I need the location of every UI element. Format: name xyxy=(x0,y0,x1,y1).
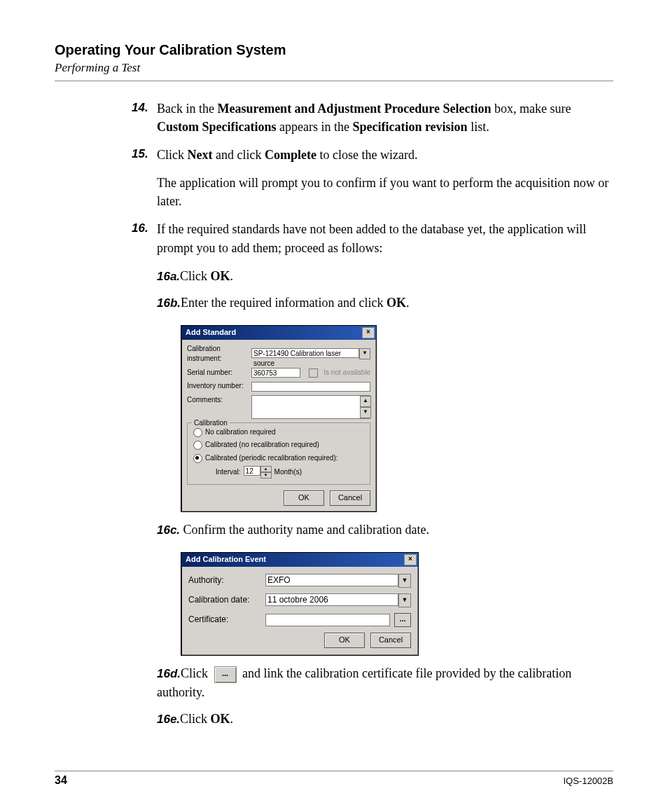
step-num: 14. xyxy=(132,99,148,117)
serial-label: Serial number: xyxy=(187,368,251,378)
dialog-title-bar[interactable]: Add Standard × xyxy=(181,326,376,340)
ok-button[interactable]: OK xyxy=(324,633,365,648)
inventory-label: Inventory number: xyxy=(187,381,251,392)
spin-down-icon[interactable]: ▼ xyxy=(260,472,272,479)
browse-button[interactable]: ... xyxy=(394,613,411,627)
step-num: 15. xyxy=(132,146,148,163)
substep-num: 16b. xyxy=(157,296,181,310)
comments-label: Comments: xyxy=(187,395,251,406)
section-title: Performing a Test xyxy=(55,61,613,75)
scroll-up-icon[interactable]: ▲ xyxy=(360,396,371,407)
step-16b: 16b.Enter the required information and c… xyxy=(157,294,613,312)
step-14: 14. Back in the Measurement and Adjustme… xyxy=(132,99,613,136)
calibdate-picker[interactable]: 11 octobre 2006 xyxy=(265,593,398,606)
radio-no-calib[interactable]: No calibration required xyxy=(193,427,364,438)
calibdate-label: Calibration date: xyxy=(188,594,265,606)
substep-num: 16c. xyxy=(157,523,180,537)
step-16: 16. If the required standards have not b… xyxy=(132,220,613,728)
certificate-label: Certificate: xyxy=(188,614,265,626)
comments-textarea[interactable]: ▲ ▼ xyxy=(251,395,370,419)
substep-num: 16e. xyxy=(157,713,180,726)
dialog-title: Add Calibration Event xyxy=(186,554,266,565)
spin-up-icon[interactable]: ▲ xyxy=(260,466,272,472)
inventory-input[interactable] xyxy=(251,382,370,392)
close-icon[interactable]: × xyxy=(362,327,375,338)
dialog-title-bar[interactable]: Add Calibration Event × xyxy=(181,553,418,567)
radio-calibrated-no-recal[interactable]: Calibrated (no recalibration required) xyxy=(193,440,364,450)
footer-rule xyxy=(55,771,613,771)
add-standard-dialog: Add Standard × Calibration instrument: S… xyxy=(181,325,377,513)
substep-num: 16a. xyxy=(157,270,180,283)
step-text: Click Next and click Complete to close t… xyxy=(157,148,417,162)
radio-calibrated-periodic[interactable]: Calibrated (periodic recalibration requi… xyxy=(193,453,364,464)
dialog-title: Add Standard xyxy=(186,327,236,338)
chevron-down-icon[interactable]: ▼ xyxy=(359,348,370,359)
calib-instr-label: Calibration instrument: xyxy=(187,344,251,364)
step-num: 16. xyxy=(132,220,148,238)
cancel-button[interactable]: Cancel xyxy=(330,490,370,506)
scroll-down-icon[interactable]: ▼ xyxy=(360,407,371,418)
authority-label: Authority: xyxy=(188,574,265,586)
doc-id: IQS-12002B xyxy=(563,776,613,786)
interval-unit: Month(s) xyxy=(274,467,302,478)
authority-combo[interactable]: EXFO xyxy=(265,574,398,586)
ok-button[interactable]: OK xyxy=(284,490,324,506)
chapter-title: Operating Your Calibration System xyxy=(55,42,613,58)
page-number: 34 xyxy=(55,774,67,787)
step-16a: 16a.Click OK. xyxy=(157,267,613,286)
serial-input[interactable]: 360753 xyxy=(251,368,300,378)
step-text: Back in the Measurement and Adjustment P… xyxy=(157,102,571,134)
step-15: 15. Click Next and click Complete to clo… xyxy=(132,146,613,210)
group-legend: Calibration xyxy=(192,418,230,429)
add-calibration-event-dialog: Add Calibration Event × Authority: EXFO … xyxy=(181,552,419,656)
interval-label: Interval: xyxy=(216,467,241,478)
chevron-down-icon[interactable]: ▼ xyxy=(398,574,411,588)
not-available-label: Is not available xyxy=(323,368,370,378)
chevron-down-icon[interactable]: ▼ xyxy=(398,593,411,607)
calib-instr-combo[interactable]: SP-121490 Calibration laser source xyxy=(251,348,359,358)
close-icon[interactable]: × xyxy=(404,554,417,565)
interval-input[interactable]: 12 xyxy=(244,466,260,476)
not-available-checkbox[interactable] xyxy=(309,369,318,378)
inline-browse-button[interactable]: ... xyxy=(214,666,237,683)
step-text: If the required standards have not been … xyxy=(157,222,586,254)
step-15-followup: The application will prompt you to confi… xyxy=(157,174,613,210)
step-16d: 16d.Click ... and link the calibration c… xyxy=(157,664,613,701)
cancel-button[interactable]: Cancel xyxy=(370,633,411,648)
step-16c: 16c. Confirm the authority name and cali… xyxy=(157,521,613,539)
step-16e: 16e.Click OK. xyxy=(157,710,613,729)
certificate-input[interactable] xyxy=(265,614,390,626)
substep-num: 16d. xyxy=(157,667,181,680)
calibration-group: Calibration No calibration required Cali… xyxy=(187,422,370,486)
header-rule xyxy=(55,81,613,81)
